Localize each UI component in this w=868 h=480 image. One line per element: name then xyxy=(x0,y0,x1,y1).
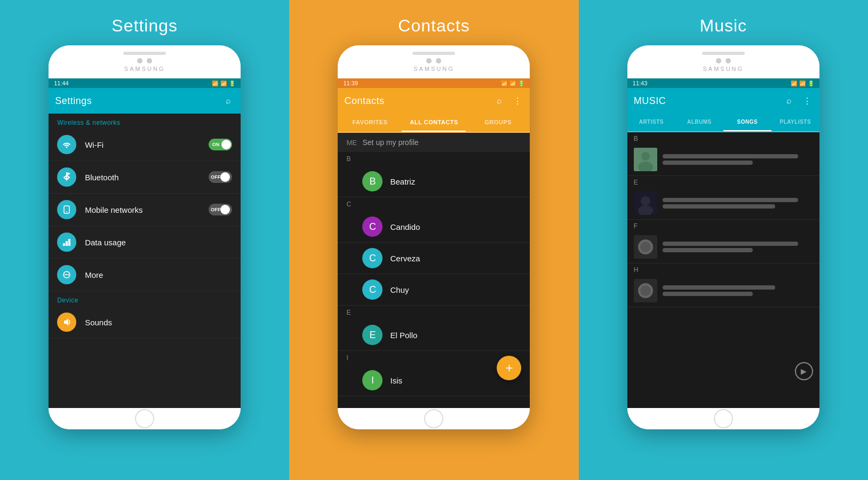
settings-phone: SAMSUNG 11:44 📶 📶 🔋 Settings ⌕ xyxy=(49,45,241,429)
music-item-f[interactable] xyxy=(627,231,819,263)
contacts-search-icon[interactable]: ⌕ xyxy=(493,95,505,107)
svg-point-7 xyxy=(66,274,67,275)
data-usage-label: Data usage xyxy=(85,238,232,247)
contacts-app-bar: Contacts ⌕ ⋮ xyxy=(338,88,530,114)
svg-point-1 xyxy=(66,211,67,212)
contact-beatriz[interactable]: B Beatriz xyxy=(338,166,530,197)
avatar-elpollo: E xyxy=(362,325,383,345)
avatar-chuy: C xyxy=(362,279,383,300)
settings-list: Wireless & networks Wi-Fi Bluetooth xyxy=(49,114,241,408)
bluetooth-icon xyxy=(57,167,76,187)
tab-albums[interactable]: ALBUMS xyxy=(675,114,723,131)
music-section-e: E xyxy=(627,176,819,187)
home-btn-music[interactable] xyxy=(714,409,733,428)
music-item-h[interactable] xyxy=(627,275,819,307)
brand-settings: SAMSUNG xyxy=(124,66,165,72)
contacts-phone: SAMSUNG 11:39 📶 📶 🔋 Contacts ⌕ ⋮ xyxy=(338,45,530,429)
music-tabs: ARTISTS ALBUMS SONGS PLAYLISTS xyxy=(627,114,819,132)
me-row[interactable]: ME Set up my profile xyxy=(338,133,530,152)
bluetooth-toggle[interactable] xyxy=(209,171,232,183)
music-item-b[interactable] xyxy=(627,143,819,176)
music-thumb-f xyxy=(634,235,657,259)
tab-groups[interactable]: GROUPS xyxy=(466,114,530,132)
wifi-toggle[interactable] xyxy=(209,139,232,150)
contacts-screen: 11:39 📶 📶 🔋 Contacts ⌕ ⋮ FAVORITES ALL C… xyxy=(338,78,530,408)
data-usage-item[interactable]: Data usage xyxy=(49,226,241,259)
me-set-profile-text: Set up my profile xyxy=(362,138,418,147)
tab-artists[interactable]: ARTISTS xyxy=(627,114,675,131)
contacts-tabs: FAVORITES ALL CONTACTS GROUPS xyxy=(338,114,530,133)
cam-left-settings xyxy=(137,58,142,63)
name-elpollo: El Pollo xyxy=(390,331,417,340)
phone-top-contacts: SAMSUNG xyxy=(338,45,530,78)
mobile-networks-item[interactable]: Mobile networks xyxy=(49,194,241,226)
name-chuy: Chuy xyxy=(390,285,409,294)
music-line-title-h xyxy=(663,285,776,290)
name-cerveza: Cerveza xyxy=(390,254,420,263)
phone-top-settings: SAMSUNG xyxy=(49,45,241,78)
music-info-b xyxy=(663,154,813,165)
name-isis: Isis xyxy=(390,376,402,385)
more-item[interactable]: More xyxy=(49,259,241,291)
cameras-settings xyxy=(137,58,152,63)
cam-left-music xyxy=(716,58,721,63)
settings-panel-title: Settings xyxy=(112,16,178,36)
avatar-cerveza: C xyxy=(362,248,383,268)
music-info-h xyxy=(663,285,813,296)
music-play-button[interactable]: ▶ xyxy=(795,362,813,380)
mobile-networks-label: Mobile networks xyxy=(85,205,200,214)
settings-app-bar-title: Settings xyxy=(55,95,222,107)
settings-status-bar: 11:44 📶 📶 🔋 xyxy=(49,78,241,88)
music-line-sub-h xyxy=(663,292,753,296)
phone-bottom-music xyxy=(627,408,819,429)
phone-bottom-settings xyxy=(49,408,241,429)
svg-point-10 xyxy=(641,152,650,161)
music-line-title-b xyxy=(663,154,798,158)
svg-rect-4 xyxy=(68,239,70,246)
settings-time: 11:44 xyxy=(54,80,69,86)
svg-point-8 xyxy=(68,274,69,275)
contact-chuy[interactable]: C Chuy xyxy=(338,274,530,306)
contact-section-e: E xyxy=(338,306,530,319)
speaker-contacts xyxy=(412,52,455,55)
music-line-sub-b xyxy=(663,161,753,165)
tab-favorites[interactable]: FAVORITES xyxy=(338,114,402,132)
music-info-e xyxy=(663,198,813,209)
brand-music: SAMSUNG xyxy=(703,66,744,72)
music-item-e[interactable] xyxy=(627,187,819,220)
name-beatriz: Beatriz xyxy=(390,177,415,186)
bluetooth-item[interactable]: Bluetooth xyxy=(49,161,241,194)
me-label: ME xyxy=(346,139,355,147)
music-line-title-e xyxy=(663,198,798,202)
mobile-networks-toggle[interactable] xyxy=(209,204,232,215)
home-btn-settings[interactable] xyxy=(135,409,154,428)
music-info-f xyxy=(663,242,813,252)
contact-cerveza[interactable]: C Cerveza xyxy=(338,243,530,274)
music-status-icons: 📶 📶 🔋 xyxy=(791,81,814,86)
avatar-beatriz: B xyxy=(362,171,383,191)
music-panel-title: Music xyxy=(700,16,747,36)
music-phone: SAMSUNG 11:43 📶 📶 🔋 MUSIC ⌕ ⋮ xyxy=(627,45,819,429)
contact-elpollo[interactable]: E El Pollo xyxy=(338,319,530,351)
tab-playlists[interactable]: PLAYLISTS xyxy=(771,114,819,131)
cam-right-settings xyxy=(147,58,152,63)
contact-candido[interactable]: C Candido xyxy=(338,211,530,243)
settings-search-icon[interactable]: ⌕ xyxy=(222,95,234,107)
mobile-networks-icon xyxy=(57,200,76,219)
music-more-icon[interactable]: ⋮ xyxy=(801,95,813,107)
sounds-item[interactable]: Sounds xyxy=(49,306,241,339)
more-label: More xyxy=(85,270,232,279)
tab-songs[interactable]: SONGS xyxy=(723,114,771,131)
brand-contacts: SAMSUNG xyxy=(413,66,455,72)
tab-all-contacts[interactable]: ALL CONTACTS xyxy=(402,114,466,132)
wifi-item[interactable]: Wi-Fi xyxy=(49,129,241,161)
music-app-bar: MUSIC ⌕ ⋮ xyxy=(627,88,819,114)
cameras-contacts xyxy=(426,58,441,63)
home-btn-contacts[interactable] xyxy=(424,409,443,428)
music-disc-f xyxy=(638,239,653,254)
sounds-label: Sounds xyxy=(85,318,232,327)
music-search-icon[interactable]: ⌕ xyxy=(783,95,795,107)
contacts-more-icon[interactable]: ⋮ xyxy=(512,95,523,107)
music-panel: Music SAMSUNG 11:43 📶 📶 🔋 MUSIC xyxy=(579,0,868,480)
svg-rect-3 xyxy=(66,241,68,246)
